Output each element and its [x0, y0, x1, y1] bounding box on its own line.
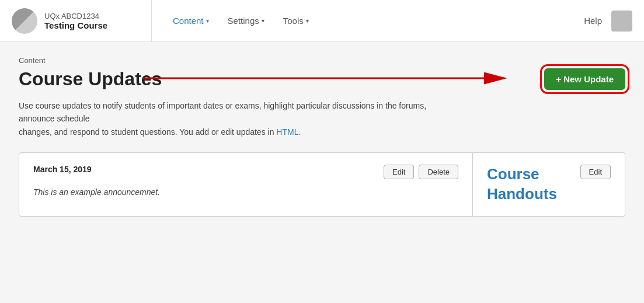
avatar — [12, 8, 37, 34]
brand-text: UQx ABCD1234 Testing Course — [44, 12, 107, 30]
user-avatar[interactable] — [611, 11, 632, 32]
update-item-header: March 15, 2019 Edit Delete — [33, 165, 458, 179]
description-line2: changes, and respond to student question… — [19, 127, 301, 137]
content-grid: March 15, 2019 Edit Delete This is an ex… — [19, 152, 625, 217]
brand-name: Testing Course — [44, 20, 107, 30]
nav-settings[interactable]: Settings ▾ — [221, 11, 271, 30]
chevron-down-icon: ▾ — [262, 18, 264, 24]
nav-tools[interactable]: Tools ▾ — [276, 11, 316, 30]
new-update-button[interactable]: + New Update — [544, 68, 625, 90]
main-nav: Content ▾ Settings ▾ Tools ▾ — [152, 11, 584, 30]
breadcrumb: Content — [19, 56, 625, 65]
page-title: Course Updates — [19, 68, 162, 90]
page-description: Use course updates to notify students of… — [19, 99, 462, 138]
header-right: Help — [584, 11, 632, 32]
handouts-title: CourseHandouts — [487, 165, 557, 204]
updates-panel: March 15, 2019 Edit Delete This is an ex… — [19, 153, 473, 216]
nav-tools-label: Tools — [283, 16, 304, 26]
html-link[interactable]: HTML — [276, 127, 298, 137]
update-text: This is an example announcemnet. — [33, 186, 458, 198]
brand-id: UQx ABCD1234 — [44, 12, 107, 20]
update-actions: Edit Delete — [384, 165, 458, 179]
brand-section: UQx ABCD1234 Testing Course — [12, 0, 152, 41]
description-line1: Use course updates to notify students of… — [19, 101, 426, 123]
nav-content[interactable]: Content ▾ — [166, 11, 216, 30]
page-header: Course Updates + New Update — [19, 68, 625, 90]
update-date: March 15, 2019 — [33, 165, 92, 174]
edit-button[interactable]: Edit — [384, 165, 414, 179]
nav-settings-label: Settings — [228, 16, 259, 26]
help-link[interactable]: Help — [584, 16, 602, 26]
handouts-header: CourseHandouts Edit — [487, 165, 611, 204]
handouts-panel: CourseHandouts Edit — [473, 153, 625, 216]
nav-content-label: Content — [173, 16, 204, 26]
handouts-edit-button[interactable]: Edit — [580, 165, 611, 179]
chevron-down-icon: ▾ — [206, 18, 209, 24]
header: UQx ABCD1234 Testing Course Content ▾ Se… — [0, 0, 644, 42]
chevron-down-icon: ▾ — [306, 18, 309, 24]
main-content: Content Course Updates + New Update Use … — [0, 42, 644, 231]
delete-button[interactable]: Delete — [419, 165, 458, 179]
arrow-annotation — [135, 67, 520, 92]
